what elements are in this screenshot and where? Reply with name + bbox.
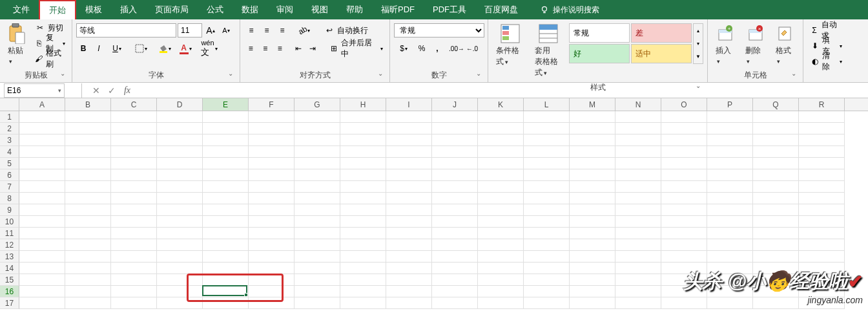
cell[interactable] [661, 111, 707, 123]
cell[interactable] [524, 158, 570, 169]
cell[interactable] [386, 216, 432, 228]
col-header-F[interactable]: F [249, 98, 294, 111]
table-format-button[interactable]: 套用 表格格式▾ [531, 21, 567, 81]
row-header-17[interactable]: 17 [0, 297, 19, 309]
cell[interactable] [570, 239, 615, 251]
cell[interactable] [340, 158, 386, 169]
cell[interactable] [203, 216, 249, 228]
cell[interactable] [19, 123, 65, 134]
cell[interactable] [65, 169, 111, 181]
tab-template[interactable]: 模板 [76, 0, 111, 19]
merge-center-button[interactable]: ⊞合并后居中▾ [327, 41, 386, 56]
cell[interactable] [157, 239, 203, 251]
cell[interactable] [386, 193, 432, 204]
align-center-button[interactable]: ≡ [259, 41, 273, 56]
cell[interactable] [615, 123, 661, 134]
cell[interactable] [524, 111, 570, 123]
align-middle-button[interactable]: ≡ [260, 23, 274, 38]
cell[interactable] [615, 204, 661, 216]
cancel-formula-button[interactable]: ✕ [88, 83, 104, 98]
cell[interactable] [203, 297, 249, 309]
tab-baidu[interactable]: 百度网盘 [475, 0, 527, 19]
cell[interactable] [249, 216, 294, 228]
cell[interactable] [157, 228, 203, 239]
cell[interactable] [524, 134, 570, 146]
cell[interactable] [707, 228, 753, 239]
cell[interactable] [157, 111, 203, 123]
cell[interactable] [111, 134, 157, 146]
cell[interactable] [386, 134, 432, 146]
cell[interactable] [432, 193, 478, 204]
cell[interactable] [203, 251, 249, 263]
increase-decimal-button[interactable]: .00→ [450, 41, 464, 56]
cell[interactable] [524, 274, 570, 286]
cell[interactable] [294, 251, 340, 263]
cell[interactable] [753, 181, 799, 193]
cell[interactable] [570, 204, 615, 216]
cell[interactable] [249, 204, 294, 216]
cell[interactable] [294, 169, 340, 181]
cell[interactable] [570, 181, 615, 193]
cell[interactable] [799, 146, 845, 158]
comma-button[interactable]: , [430, 41, 444, 56]
cell[interactable] [294, 123, 340, 134]
col-header-E[interactable]: E [203, 98, 249, 111]
cell[interactable] [157, 263, 203, 274]
cell[interactable] [111, 193, 157, 204]
cell[interactable] [203, 123, 249, 134]
cell[interactable] [65, 123, 111, 134]
border-button[interactable]: ▾ [131, 41, 150, 56]
col-header-D[interactable]: D [157, 98, 203, 111]
cell[interactable] [19, 228, 65, 239]
tab-insert[interactable]: 插入 [111, 0, 146, 19]
cell[interactable] [249, 169, 294, 181]
cell[interactable] [157, 123, 203, 134]
col-header-R[interactable]: R [799, 98, 845, 111]
cell[interactable] [432, 216, 478, 228]
cell[interactable] [524, 146, 570, 158]
row-header-3[interactable]: 3 [0, 134, 19, 146]
cell[interactable] [294, 274, 340, 286]
cell[interactable] [249, 193, 294, 204]
cell[interactable] [203, 204, 249, 216]
cell[interactable] [203, 169, 249, 181]
style-normal[interactable]: 常规 [569, 23, 630, 43]
cell[interactable] [111, 204, 157, 216]
cell[interactable] [249, 158, 294, 169]
cell[interactable] [570, 169, 615, 181]
col-header-H[interactable]: H [340, 98, 386, 111]
cell[interactable] [386, 239, 432, 251]
cell[interactable] [661, 169, 707, 181]
cell[interactable] [111, 169, 157, 181]
increase-indent-button[interactable]: ⇥ [306, 41, 320, 56]
phonetic-button[interactable]: wén文▾ [200, 41, 219, 56]
cell[interactable] [19, 204, 65, 216]
cell[interactable] [478, 158, 524, 169]
cell[interactable] [19, 286, 65, 297]
cell[interactable] [294, 216, 340, 228]
select-all-corner[interactable] [0, 98, 19, 111]
clear-button[interactable]: ◐清除▾ [807, 54, 845, 69]
accounting-format-button[interactable]: $▾ [394, 41, 413, 56]
cell[interactable] [203, 263, 249, 274]
font-color-button[interactable]: A▾ [176, 41, 195, 56]
cell[interactable] [661, 216, 707, 228]
cell[interactable] [524, 204, 570, 216]
cell[interactable] [707, 251, 753, 263]
row-header-12[interactable]: 12 [0, 239, 19, 251]
cell[interactable] [203, 274, 249, 286]
cell[interactable] [524, 193, 570, 204]
cell[interactable] [753, 193, 799, 204]
cell[interactable] [570, 134, 615, 146]
cell[interactable] [799, 251, 845, 263]
styles-more-button[interactable]: ▴▾▼ [693, 23, 703, 64]
cell[interactable] [753, 146, 799, 158]
cell[interactable] [111, 111, 157, 123]
cell[interactable] [19, 111, 65, 123]
cell[interactable] [203, 111, 249, 123]
cell[interactable] [661, 251, 707, 263]
col-header-I[interactable]: I [386, 98, 432, 111]
row-header-2[interactable]: 2 [0, 123, 19, 134]
cell[interactable] [294, 134, 340, 146]
cell[interactable] [615, 286, 661, 297]
